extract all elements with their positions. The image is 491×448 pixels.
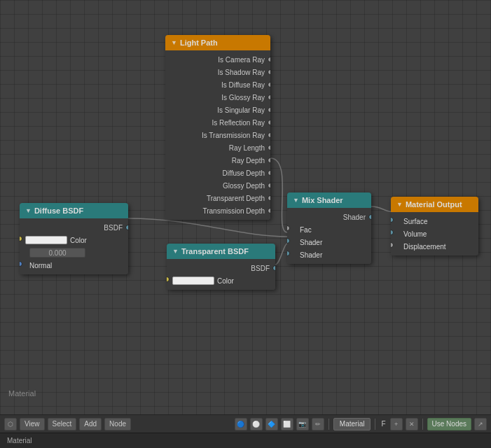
toolbar-x-btn[interactable]: ✕ bbox=[406, 418, 418, 430]
diffuse-label-normal: Normal bbox=[25, 262, 52, 270]
lp-row-diffuse: Is Diffuse Ray bbox=[165, 78, 270, 91]
node-transparent-header: ▼ Transparent BSDF bbox=[167, 244, 275, 259]
lp-row-glossy: Is Glossy Ray bbox=[165, 91, 270, 104]
toolbar-icon-uv[interactable]: 🔷 bbox=[265, 418, 278, 430]
toolbar-divider3 bbox=[422, 419, 423, 430]
node-mix-title: Mix Shader bbox=[302, 196, 343, 204]
mix-collapse-arrow: ▼ bbox=[293, 197, 299, 204]
lp-socket-camera bbox=[268, 57, 270, 62]
diffuse-row-normal: Normal bbox=[20, 259, 128, 272]
node-transparent-title: Transparent BSDF bbox=[181, 247, 249, 255]
lp-socket-reflection bbox=[268, 120, 270, 125]
toolbar-divider2 bbox=[375, 419, 375, 430]
lp-label-raydepth: Ray Depth bbox=[171, 157, 265, 164]
mix-label-shader2: Shader bbox=[293, 251, 322, 259]
node-material-output[interactable]: ▼ Material Output Surface Volume Displac… bbox=[391, 197, 478, 255]
toolbar-icon-camera[interactable]: 📷 bbox=[296, 418, 309, 430]
node-transparent-bsdf[interactable]: ▼ Transparent BSDF BSDF Color bbox=[167, 244, 275, 290]
lp-label-transdepth: Transparent Depth bbox=[171, 195, 265, 202]
lp-row-diffusedepth: Diffuse Depth bbox=[165, 167, 270, 179]
transparent-row-bsdf: BSDF bbox=[167, 262, 275, 274]
diffuse-row-bsdf: BSDF bbox=[20, 221, 128, 234]
lp-label-transmission: Is Transmission Ray bbox=[171, 132, 265, 139]
mix-socket-shader1-in bbox=[287, 238, 290, 244]
node-matout-header: ▼ Material Output bbox=[391, 197, 478, 212]
node-light-path-title: Light Path bbox=[180, 38, 218, 47]
node-canvas[interactable]: ▼ Light Path Is Camera Ray Is Shadow Ray… bbox=[0, 0, 491, 433]
canvas-label: Material bbox=[8, 389, 36, 398]
matout-label-volume: Volume bbox=[396, 230, 427, 238]
mix-row-shader-out: Shader bbox=[287, 211, 371, 223]
lp-socket-singular bbox=[268, 107, 270, 113]
lp-row-shadow: Is Shadow Ray bbox=[165, 66, 270, 78]
transparent-collapse-arrow: ▼ bbox=[172, 248, 179, 255]
lp-socket-diffuse bbox=[268, 82, 270, 88]
material-selector[interactable]: Material bbox=[333, 418, 371, 430]
lp-socket-transmission bbox=[268, 132, 270, 138]
toolbar-icon-cursor[interactable]: ✏ bbox=[312, 418, 324, 430]
lp-label-glossydepth: Glossy Depth bbox=[171, 182, 265, 190]
lp-label-diffusedepth: Diffuse Depth bbox=[171, 169, 265, 177]
node-light-path[interactable]: ▼ Light Path Is Camera Ray Is Shadow Ray… bbox=[165, 35, 270, 220]
lp-row-glossydepth: Glossy Depth bbox=[165, 179, 270, 192]
lp-row-camera: Is Camera Ray bbox=[165, 53, 270, 66]
toolbar-icon-render[interactable]: 🔵 bbox=[235, 418, 247, 430]
lp-socket-glossy bbox=[268, 94, 270, 100]
node-matout-body: Surface Volume Displacement bbox=[391, 212, 478, 255]
diffuse-label-color: Color bbox=[70, 237, 87, 244]
lp-label-singular: Is Singular Ray bbox=[171, 106, 265, 114]
node-mix-body: Shader Fac Shader Shader bbox=[287, 208, 371, 264]
diffuse-row-roughness: 0.000 bbox=[20, 246, 128, 259]
diffuse-label-bsdf: BSDF bbox=[25, 224, 123, 232]
lp-label-transmissiondepth: Transmission Depth bbox=[171, 207, 265, 215]
mix-label-shader1: Shader bbox=[293, 239, 322, 246]
transparent-label-color: Color bbox=[217, 277, 234, 285]
diffuse-socket-normal-in bbox=[20, 261, 22, 267]
lp-label-shadow: Is Shadow Ray bbox=[171, 69, 265, 76]
lp-label-camera: Is Camera Ray bbox=[171, 56, 265, 64]
add-menu[interactable]: Add bbox=[79, 418, 102, 430]
toolbar-icon-node[interactable]: ⬜ bbox=[281, 418, 293, 430]
use-nodes-button[interactable]: Use Nodes bbox=[427, 418, 471, 430]
lp-socket-raydepth bbox=[268, 158, 270, 163]
matout-socket-surface-in bbox=[391, 217, 394, 223]
diffuse-roughness-field[interactable]: 0.000 bbox=[29, 248, 85, 258]
toolbar-plus-btn[interactable]: + bbox=[390, 418, 403, 430]
matout-label-surface: Surface bbox=[396, 218, 427, 225]
toolbar-icon-material[interactable]: ⚪ bbox=[250, 418, 263, 430]
toolbar-icon-extra[interactable]: ↗ bbox=[474, 418, 487, 430]
node-diffuse-header: ▼ Diffuse BSDF bbox=[20, 203, 128, 218]
status-text: Material bbox=[3, 437, 36, 444]
select-menu[interactable]: Select bbox=[48, 418, 77, 430]
toolbar-icon-mode[interactable]: ⬡ bbox=[4, 418, 17, 430]
node-mix-header: ▼ Mix Shader bbox=[287, 192, 371, 208]
node-menu[interactable]: Node bbox=[104, 418, 131, 430]
view-menu[interactable]: View bbox=[20, 418, 45, 430]
lp-label-glossy: Is Glossy Ray bbox=[171, 94, 265, 102]
mix-row-shader1: Shader bbox=[287, 236, 371, 248]
node-transparent-body: BSDF Color bbox=[167, 259, 275, 290]
mix-row-shader2: Shader bbox=[287, 248, 371, 261]
lp-socket-transmissiondepth bbox=[268, 208, 270, 214]
status-bar: Material bbox=[0, 433, 491, 448]
diffuse-collapse-arrow: ▼ bbox=[25, 207, 32, 214]
lp-socket-raylength bbox=[268, 145, 270, 150]
diffuse-color-swatch[interactable] bbox=[25, 236, 67, 244]
node-mix-shader[interactable]: ▼ Mix Shader Shader Fac Shader Shader bbox=[287, 192, 371, 264]
mix-socket-fac-in bbox=[287, 225, 290, 231]
lp-row-raylength: Ray Length bbox=[165, 141, 270, 154]
transparent-socket-bsdf-out bbox=[272, 265, 275, 271]
lp-row-reflection: Is Reflection Ray bbox=[165, 116, 270, 129]
diffuse-socket-bsdf-out bbox=[125, 225, 128, 230]
diffuse-socket-color-in bbox=[20, 236, 22, 241]
node-light-path-header: ▼ Light Path bbox=[165, 35, 270, 50]
lp-row-transmissiondepth: Transmission Depth bbox=[165, 204, 270, 217]
node-diffuse-bsdf[interactable]: ▼ Diffuse BSDF BSDF Color 0.000 Normal bbox=[20, 203, 128, 274]
lp-row-transdepth: Transparent Depth bbox=[165, 192, 270, 204]
lp-row-singular: Is Singular Ray bbox=[165, 104, 270, 116]
node-diffuse-body: BSDF Color 0.000 Normal bbox=[20, 218, 128, 274]
transparent-socket-color-in bbox=[167, 276, 170, 282]
transparent-color-swatch[interactable] bbox=[172, 276, 214, 285]
lp-row-raydepth: Ray Depth bbox=[165, 154, 270, 167]
mix-socket-shader2-in bbox=[287, 251, 290, 256]
